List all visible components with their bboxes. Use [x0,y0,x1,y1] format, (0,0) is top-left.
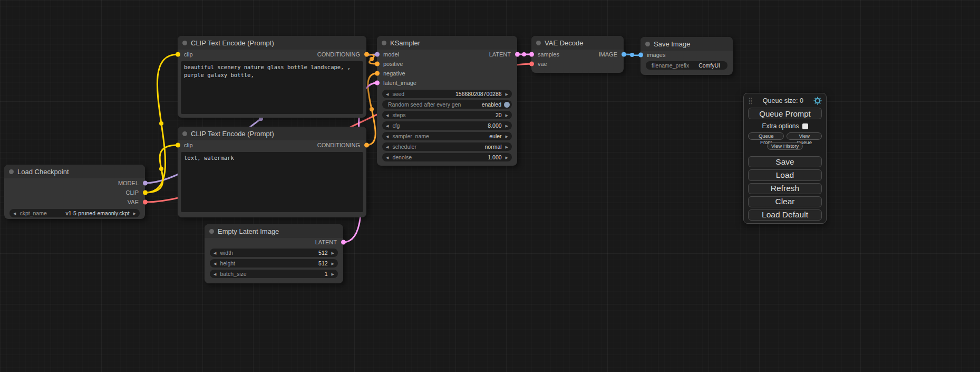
view-queue-button[interactable]: View Queue [787,132,822,140]
prompt-textarea[interactable]: text, watermark [181,152,363,212]
widget-random-seed-toggle[interactable]: Random seed after every gen enabled [382,100,512,109]
increment-arrow-icon[interactable]: ▶ [506,92,508,96]
input-pin-positive[interactable] [375,62,380,66]
input-slot-label: vae [538,61,547,67]
input-slot-label: negative [383,70,405,77]
node-vae-decode[interactable]: VAE Decode samples IMAGE vae [531,36,624,73]
gear-icon[interactable] [813,97,822,105]
increment-arrow-icon[interactable]: ▶ [506,135,508,138]
toggle-knob-icon[interactable] [504,102,510,108]
input-slot-latent-image: latent_image [377,78,517,88]
widget-height[interactable]: ◀ height 512 ▶ [210,259,338,268]
node-clip-text-encode-negative[interactable]: CLIP Text Encode (Prompt) clip CONDITION… [178,127,366,217]
input-pin-samples[interactable] [529,52,534,57]
node-title-bar[interactable]: Load Checkpoint [4,165,145,178]
widget-value: 1.000 [488,154,501,160]
output-pin-clip[interactable] [143,190,148,195]
node-title-bar[interactable]: Save Image [641,37,733,51]
increment-arrow-icon[interactable]: ▶ [506,113,508,117]
node-title-bar[interactable]: KSampler [377,36,517,50]
node-empty-latent-image[interactable]: Empty Latent Image LATENT ◀ width 512 ▶ … [205,224,343,283]
drag-handle-icon[interactable]: ⣿ [748,98,753,104]
node-save-image[interactable]: Save Image images filename_prefix ComfyU… [641,37,733,75]
widget-steps[interactable]: ◀ steps 20 ▶ [382,111,512,119]
decrement-arrow-icon[interactable]: ◀ [386,113,389,117]
widget-denoise[interactable]: ◀ denoise 1.000 ▶ [382,153,512,161]
widget-label: steps [392,112,405,118]
decrement-arrow-icon[interactable]: ◀ [214,272,216,276]
slot-row: samples IMAGE [531,50,624,59]
input-pin-clip[interactable] [176,143,180,148]
increment-arrow-icon[interactable]: ▶ [332,251,334,255]
widget-value: enabled [482,101,501,108]
widget-sampler-name[interactable]: ◀ sampler_name euler ▶ [382,132,512,140]
widget-seed[interactable]: ◀ seed 156680208700286 ▶ [382,90,512,98]
link-midpoint-dot [630,53,634,57]
queue-prompt-button[interactable]: Queue Prompt [748,108,822,119]
view-history-button[interactable]: View History [767,142,803,150]
input-pin-clip[interactable] [176,52,180,57]
widget-ckpt-name[interactable]: ◀ ckpt_name v1-5-pruned-emaonly.ckpt ▶ [9,209,140,217]
decrement-arrow-icon[interactable]: ◀ [386,92,389,96]
node-load-checkpoint[interactable]: Load Checkpoint MODEL CLIP VAE ◀ ckpt_na… [4,165,145,219]
node-clip-text-encode-positive[interactable]: CLIP Text Encode (Prompt) clip CONDITION… [178,36,366,118]
increment-arrow-icon[interactable]: ▶ [506,156,508,159]
increment-arrow-icon[interactable]: ▶ [332,262,334,265]
input-pin-images[interactable] [638,53,643,58]
node-title: Save Image [654,40,690,48]
clear-button[interactable]: Clear [748,196,822,207]
increment-arrow-icon[interactable]: ▶ [332,272,334,276]
decrement-arrow-icon[interactable]: ◀ [386,156,389,159]
queue-panel[interactable]: ⣿ Queue size: 0 [743,93,827,224]
queue-front-button[interactable]: Queue Front [748,132,784,140]
node-title-bar[interactable]: Empty Latent Image [205,224,343,238]
decrement-arrow-icon[interactable]: ◀ [13,212,16,215]
output-slot-label: MODEL [118,180,139,186]
increment-arrow-icon[interactable]: ▶ [133,212,136,215]
widget-batch-size[interactable]: ◀ batch_size 1 ▶ [210,270,338,278]
extra-options-checkbox[interactable] [802,123,808,129]
prompt-textarea[interactable]: beautiful scenery nature glass bottle la… [181,61,363,114]
link-midpoint-dot [522,52,526,56]
widget-label: scheduler [392,144,416,150]
decrement-arrow-icon[interactable]: ◀ [386,135,389,138]
node-title-bar[interactable]: CLIP Text Encode (Prompt) [178,127,366,140]
input-pin-latent-image[interactable] [375,81,380,85]
widget-value: 8.000 [488,122,501,129]
decrement-arrow-icon[interactable]: ◀ [386,145,389,149]
decrement-arrow-icon[interactable]: ◀ [214,251,216,255]
widget-scheduler[interactable]: ◀ scheduler normal ▶ [382,142,512,151]
input-pin-negative[interactable] [375,71,380,76]
output-pin-conditioning[interactable] [364,52,369,57]
increment-arrow-icon[interactable]: ▶ [506,145,508,149]
load-button[interactable]: Load [748,169,822,180]
decrement-arrow-icon[interactable]: ◀ [386,124,389,128]
output-pin-image[interactable] [622,52,626,57]
output-pin-latent[interactable] [515,52,520,57]
input-pin-vae[interactable] [529,62,534,66]
input-pin-model[interactable] [375,52,380,57]
save-button[interactable]: Save [748,156,822,167]
node-status-dot-icon [209,229,214,234]
output-slot-latent: LATENT [205,238,343,246]
node-title-bar[interactable]: CLIP Text Encode (Prompt) [178,36,366,50]
node-ksampler[interactable]: KSampler model LATENT positive negative … [377,36,517,166]
refresh-button[interactable]: Refresh [748,183,822,194]
output-pin-model[interactable] [143,181,148,186]
node-status-dot-icon [645,42,650,46]
output-pin-vae[interactable] [143,200,148,205]
widget-label: filename_prefix [652,62,689,69]
increment-arrow-icon[interactable]: ▶ [506,124,508,128]
node-graph-canvas[interactable]: Load Checkpoint MODEL CLIP VAE ◀ ckpt_na… [0,0,980,372]
widget-width[interactable]: ◀ width 512 ▶ [210,249,338,257]
output-pin-latent[interactable] [341,240,346,245]
decrement-arrow-icon[interactable]: ◀ [214,262,216,265]
widget-cfg[interactable]: ◀ cfg 8.000 ▶ [382,121,512,130]
output-pin-conditioning[interactable] [364,143,369,148]
node-title-bar[interactable]: VAE Decode [531,36,624,50]
widget-label: ckpt_name [20,210,46,216]
load-default-button[interactable]: Load Default [748,209,822,221]
widget-value: 512 [318,260,328,266]
widget-filename-prefix[interactable]: filename_prefix ComfyUI [646,61,727,70]
node-status-dot-icon [382,41,386,45]
